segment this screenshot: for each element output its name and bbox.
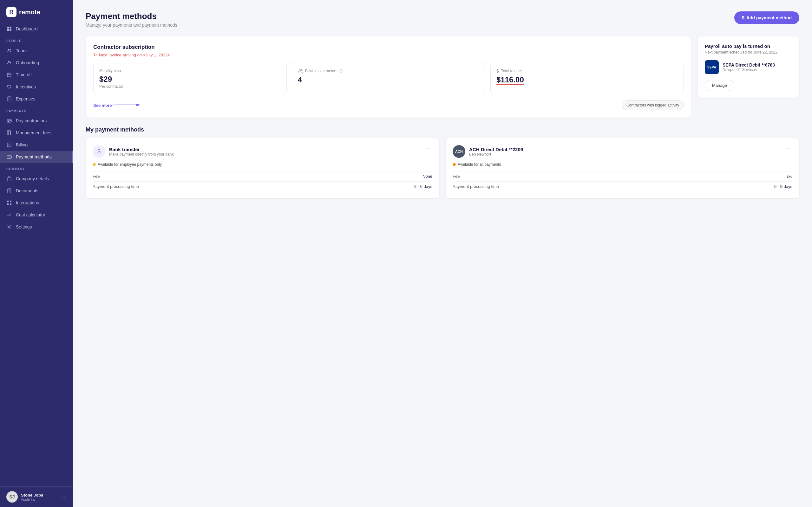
sidebar-item-pay-contractors[interactable]: Pay contractors [0, 115, 73, 127]
app-name: remote [19, 9, 40, 16]
invoice-notice: ↻ Next invoice arriving on <July 1, 2022… [93, 52, 684, 57]
chevron-right-icon: › [113, 103, 114, 107]
sidebar-item-incentives[interactable]: Incentives [0, 81, 73, 93]
svg-rect-21 [9, 130, 10, 135]
bank-transfer-card: $ Bank transfer Make payment directly fr… [86, 138, 439, 199]
svg-rect-19 [8, 121, 9, 122]
sidebar-item-company-details[interactable]: Company details [0, 173, 73, 185]
bank-processing-label: Payment processing time [93, 184, 139, 189]
add-payment-button[interactable]: $ Add payment method [734, 11, 799, 24]
svg-rect-3 [9, 29, 11, 31]
info-icon: ⓘ [339, 69, 343, 73]
sidebar-item-management-fees-label: Management fees [16, 130, 51, 135]
ach-fee-value: 3% [786, 174, 792, 179]
autopay-title: Payroll auto pay is turned on [705, 43, 792, 49]
see-more-label: See more [93, 103, 112, 108]
app-logo[interactable]: R remote [0, 0, 73, 23]
user-name: Stone Jobs [21, 493, 59, 498]
refresh-icon: ↻ [93, 52, 97, 57]
see-more-link[interactable]: See more › [93, 103, 114, 108]
bank-transfer-menu-button[interactable]: ··· [424, 145, 432, 152]
payment-methods-section-title: My payment methods [86, 126, 799, 133]
sidebar-item-settings[interactable]: Settings [0, 221, 73, 233]
total-label: $ Total to date [496, 68, 678, 73]
bank-fee-row: Fee None [93, 171, 432, 181]
sidebar-item-documents-label: Documents [16, 188, 38, 193]
incentives-icon [6, 84, 12, 90]
ach-debit-sub: Ben Newport [469, 152, 523, 157]
svg-rect-1 [9, 26, 11, 29]
ach-processing-row: Payment processing time 6 - 9 days [453, 181, 792, 191]
annotation-arrow [115, 102, 143, 108]
sidebar-item-billing-label: Billing [16, 142, 28, 147]
svg-rect-26 [7, 157, 11, 158]
sidebar-item-integrations-label: Integrations [16, 200, 39, 205]
management-fees-icon [6, 130, 12, 135]
sidebar-item-cost-calculator[interactable]: Cost calculator [0, 209, 73, 221]
sidebar-item-settings-label: Settings [16, 224, 32, 229]
bank-transfer-info: Bank transfer Make payment directly from… [109, 147, 173, 157]
integrations-icon [6, 200, 12, 206]
user-profile[interactable]: SJ Stone Jobs Apple Inc. ··· [0, 487, 73, 507]
sidebar-item-documents[interactable]: Documents [0, 185, 73, 197]
bank-fee-label: Fee [93, 174, 100, 179]
sidebar-item-incentives-label: Incentives [16, 84, 36, 89]
contractor-card-title: Contractor subscription [93, 44, 684, 50]
sidebar: R remote Dashboard PEOPLE Team Onboardin… [0, 0, 73, 507]
svg-rect-22 [7, 143, 11, 147]
dashboard-icon [6, 26, 12, 32]
sidebar-item-team[interactable]: Team [0, 45, 73, 57]
sepa-name: SEPA Direct Debit **6783 [722, 62, 775, 67]
monthly-plan-metric: Monthly plan $29 Per contractor [93, 63, 287, 94]
sidebar-item-timeoff[interactable]: Time off [0, 69, 73, 81]
contractors-activity-button[interactable]: Contractors with logged activity [622, 101, 684, 110]
page-header: Payment methods Manage your payments and… [86, 11, 799, 27]
company-details-icon [6, 176, 12, 181]
sidebar-item-expenses[interactable]: Expenses [0, 93, 73, 105]
sidebar-item-timeoff-label: Time off [16, 72, 32, 77]
svg-rect-2 [7, 29, 9, 31]
monthly-plan-label: Monthly plan [99, 68, 281, 73]
sepa-company: Newport IT Services [722, 67, 775, 72]
ach-fee-label: Fee [453, 174, 460, 179]
payment-methods-icon [6, 154, 12, 160]
ach-debit-name-row: ACH ACH Direct Debit **2209 Ben Newport [453, 145, 523, 158]
expenses-icon [6, 96, 12, 102]
cost-calculator-icon [6, 212, 12, 218]
payment-cards-row: $ Bank transfer Make payment directly fr… [86, 138, 799, 199]
section-people: PEOPLE [0, 35, 73, 45]
manage-button[interactable]: Manage [705, 80, 734, 91]
billable-value: 4 [298, 75, 479, 84]
svg-rect-33 [10, 201, 11, 202]
ach-processing-label: Payment processing time [453, 184, 499, 189]
svg-rect-20 [7, 130, 10, 135]
sidebar-item-dashboard-label: Dashboard [16, 26, 38, 32]
ach-debit-info: ACH Direct Debit **2209 Ben Newport [469, 147, 523, 157]
sidebar-item-billing[interactable]: Billing [0, 139, 73, 151]
add-payment-icon: $ [742, 15, 745, 20]
pay-contractors-icon [6, 118, 12, 124]
user-menu-dots[interactable]: ··· [62, 494, 67, 500]
svg-point-6 [8, 61, 10, 63]
ach-debit-card: ACH ACH Direct Debit **2209 Ben Newport … [446, 138, 799, 199]
svg-rect-9 [7, 73, 11, 77]
ach-fee-row: Fee 3% [453, 171, 792, 181]
sidebar-item-onboarding[interactable]: Onboarding [0, 57, 73, 69]
ach-icon: ACH [453, 145, 465, 158]
sidebar-item-dashboard[interactable]: Dashboard [0, 23, 73, 35]
svg-point-38 [301, 69, 302, 71]
user-info: Stone Jobs Apple Inc. [21, 493, 59, 501]
sidebar-item-management-fees[interactable]: Management fees [0, 127, 73, 139]
onboarding-icon [6, 60, 12, 66]
billable-contractors-metric: Billable contractors ⓘ 4 [292, 63, 485, 94]
ach-debit-menu-button[interactable]: ··· [784, 145, 792, 152]
sidebar-item-integrations[interactable]: Integrations [0, 197, 73, 209]
ach-availability-row: Available for all payments [453, 162, 792, 167]
main-content: Payment methods Manage your payments and… [73, 0, 812, 507]
sidebar-item-payment-methods[interactable]: Payment methods [0, 151, 73, 163]
bank-transfer-icon: $ [93, 145, 105, 158]
avatar: SJ [6, 491, 18, 503]
page-title: Payment methods [86, 11, 179, 21]
sidebar-item-cost-calculator-label: Cost calculator [16, 212, 45, 217]
monthly-plan-value: $29 [99, 75, 281, 83]
